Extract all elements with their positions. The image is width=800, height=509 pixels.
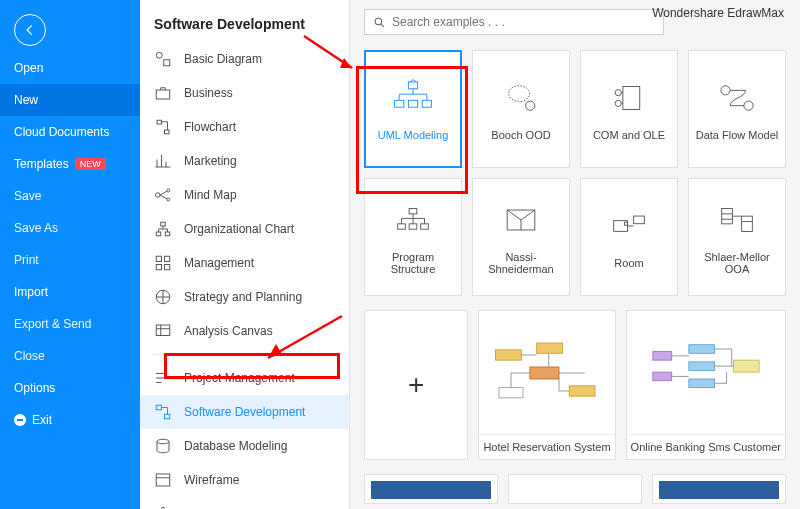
sidebar-item-print[interactable]: Print [0,244,140,276]
svg-point-19 [157,439,169,444]
sidebar-item-cloud[interactable]: Cloud Documents [0,116,140,148]
example-blank[interactable]: + [364,310,468,460]
sidebar-item-close[interactable]: Close [0,340,140,372]
svg-point-31 [615,90,621,96]
cat-wireframe[interactable]: Wireframe [140,463,349,497]
svg-rect-37 [409,224,417,229]
canvas-icon [154,322,172,340]
cat-software-dev[interactable]: Software Development [140,395,349,429]
sidebar-item-exit[interactable]: Exit [0,404,140,436]
svg-rect-16 [156,325,170,336]
example-online-banking[interactable]: Online Banking Sms Customer [626,310,786,460]
svg-rect-51 [653,372,672,381]
svg-rect-18 [165,414,170,419]
cat-flowchart[interactable]: Flowchart [140,110,349,144]
svg-marker-57 [340,58,352,68]
svg-rect-27 [408,100,417,107]
sidebar-item-save[interactable]: Save [0,180,140,212]
svg-rect-4 [165,130,170,134]
template-com-ole[interactable]: COM and OLE [580,50,678,168]
org-icon [154,220,172,238]
annotation-arrow-to-category [250,310,350,370]
uml-icon [154,403,172,421]
svg-marker-59 [268,344,282,358]
svg-rect-46 [537,343,563,353]
svg-rect-28 [422,100,431,107]
tile-label: Shlaer-Mellor OOA [689,251,785,275]
sidebar-item-new[interactable]: New [0,84,140,116]
template-shlaer-mellor[interactable]: Shlaer-Mellor OOA [688,178,786,296]
uml-modeling-icon [390,77,436,119]
com-icon [606,77,652,119]
grid-icon [154,254,172,272]
tile-label: Data Flow Model [692,129,783,141]
tile-label: COM and OLE [589,129,669,141]
example-hotel-reservation[interactable]: Hotel Reservation System [478,310,615,460]
svg-rect-26 [395,100,404,107]
svg-rect-10 [165,232,170,236]
svg-rect-36 [398,224,406,229]
tile-label: Program Structure [365,251,461,275]
cat-mindmap[interactable]: Mind Map [140,178,349,212]
svg-point-0 [156,52,162,58]
cat-marketing[interactable]: Marketing [140,144,349,178]
content-panel: UML Modeling Booch OOD COM and OLE Data … [350,0,800,509]
file-sidebar: Open New Cloud Documents Templates NEW S… [0,0,140,509]
example-label: Hotel Reservation System [479,434,614,459]
sidebar-item-templates[interactable]: Templates NEW [0,148,140,180]
sidebar-item-export[interactable]: Export & Send [0,308,140,340]
svg-rect-38 [421,224,429,229]
dataflow-icon [714,77,760,119]
example-partial-3[interactable] [652,474,786,504]
new-badge: NEW [75,158,106,170]
tile-label: UML Modeling [374,129,453,141]
svg-rect-43 [722,209,733,224]
example-partial-2[interactable] [508,474,642,504]
template-program-structure[interactable]: Program Structure [364,178,462,296]
svg-rect-47 [530,367,559,379]
cat-business[interactable]: Business [140,76,349,110]
booch-icon [498,77,544,119]
search-icon [373,16,386,29]
cat-database[interactable]: Database Modeling [140,429,349,463]
template-uml-modeling[interactable]: UML Modeling [364,50,462,168]
search-box[interactable] [364,9,664,35]
shlaer-icon [714,199,760,241]
back-button[interactable] [14,14,46,46]
flowchart-icon [154,118,172,136]
exit-icon [14,414,26,426]
example-thumb [627,311,785,434]
sidebar-item-saveas[interactable]: Save As [0,212,140,244]
svg-point-34 [744,101,753,110]
back-arrow-icon [23,23,37,37]
cat-network[interactable]: Network [140,497,349,509]
svg-rect-2 [156,90,170,99]
svg-rect-14 [165,265,170,270]
svg-rect-9 [156,232,161,236]
cat-strategy[interactable]: Strategy and Planning [140,280,349,314]
tile-label: Booch OOD [487,129,554,141]
example-label: Online Banking Sms Customer [627,434,785,459]
template-room[interactable]: Room [580,178,678,296]
template-nassi[interactable]: Nassi-Shneiderman [472,178,570,296]
svg-rect-48 [569,385,595,395]
svg-rect-53 [689,361,715,370]
search-input[interactable] [392,15,655,29]
svg-rect-44 [742,216,753,231]
wireframe-icon [154,471,172,489]
template-data-flow[interactable]: Data Flow Model [688,50,786,168]
example-partial-1[interactable] [364,474,498,504]
cat-orgchart[interactable]: Organizational Chart [140,212,349,246]
sidebar-item-options[interactable]: Options [0,372,140,404]
svg-rect-42 [624,222,627,225]
sidebar-item-import[interactable]: Import [0,276,140,308]
svg-rect-12 [165,256,170,261]
svg-point-33 [721,86,730,95]
svg-rect-20 [156,474,170,486]
svg-point-7 [167,198,170,201]
svg-rect-1 [164,60,170,66]
room-icon [606,205,652,247]
template-booch-ood[interactable]: Booch OOD [472,50,570,168]
sidebar-item-open[interactable]: Open [0,52,140,84]
cat-management[interactable]: Management [140,246,349,280]
